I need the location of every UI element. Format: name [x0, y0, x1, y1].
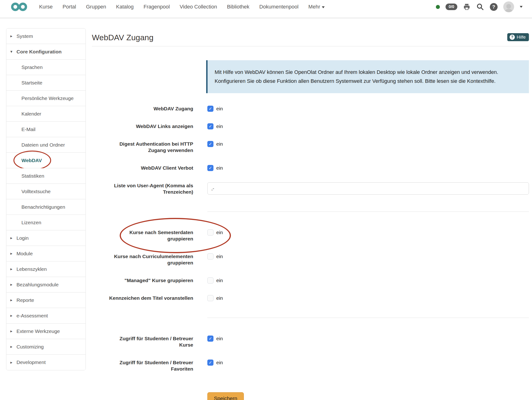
checkbox-webdav-links-anzeigen[interactable]: ✓	[207, 123, 214, 129]
checkbox-suffix-label: ein	[216, 253, 223, 259]
nav-more-label: Mehr	[308, 4, 320, 10]
sidebar-item-label: Kalender	[21, 111, 41, 117]
section-divider	[207, 211, 529, 212]
caret-right-icon: ▸	[10, 344, 17, 349]
form-control	[207, 182, 529, 195]
sidebar-item-kalender[interactable]: Kalender	[6, 106, 86, 122]
nav-item-portal[interactable]: Portal	[59, 4, 79, 10]
sidebar-item-startseite[interactable]: Startseite	[6, 75, 86, 91]
section-divider	[207, 318, 529, 318]
form-control: ✓ein	[207, 123, 529, 129]
sidebar-item-label: Sprachen	[21, 64, 43, 70]
sidebar-item-label: Benachrichtigungen	[21, 204, 65, 210]
sidebar-item-module[interactable]: ▸Module	[6, 246, 86, 261]
sidebar-item-e-assessment[interactable]: ▸e-Assessment	[6, 308, 86, 324]
checkbox-zugriff-für-studenten-betreuer-kurse[interactable]: ✓	[207, 336, 214, 342]
sidebar-item-customizing[interactable]: ▸Customizing	[6, 339, 86, 355]
sidebar-item-label: Login	[17, 235, 29, 241]
sidebar-item-system[interactable]: ▸System	[6, 29, 86, 44]
hilfe-button-label: Hilfe	[517, 35, 526, 40]
sidebar-item-sprachen[interactable]: Sprachen	[6, 60, 86, 75]
form-control: ✓ein	[207, 105, 529, 112]
page-title: WebDAV Zugang	[92, 33, 153, 42]
sidebar-item-label: Core Konfiguration	[17, 49, 62, 55]
sidebar-item-login[interactable]: ▸Login	[6, 230, 86, 246]
sidebar-item-externe-werkzeuge[interactable]: ▸Externe Werkzeuge	[6, 324, 86, 339]
sidebar-item-bezahlungsmodule[interactable]: ▸Bezahlungsmodule	[6, 277, 86, 292]
checkbox-kurse-nach-curriculumelementen-gruppieren[interactable]	[207, 253, 214, 259]
sidebar-item-reporte[interactable]: ▸Reporte	[6, 292, 86, 308]
sidebar-item-label: Reporte	[17, 297, 34, 303]
hilfe-button[interactable]: ? Hilfe	[507, 33, 529, 41]
checkbox-kennzeichen-dem-titel-voranstellen[interactable]	[207, 295, 214, 301]
checkbox-suffix-label: ein	[216, 141, 223, 147]
sidebar-item-label: Development	[17, 360, 46, 365]
checkbox-digest-authentication-bei-http-zugang-verwenden[interactable]: ✓	[207, 141, 214, 147]
nav-item-gruppen[interactable]: Gruppen	[82, 4, 110, 10]
main-content: WebDAV Zugang ? Hilfe Mit Hilfe von WebD…	[92, 18, 529, 400]
nav-item-bibliothek[interactable]: Bibliothek	[223, 4, 253, 10]
sidebar-item-volltextsuche[interactable]: Volltextsuche	[6, 184, 86, 199]
sidebar-item-label: Startseite	[21, 80, 42, 86]
form-row-kurse-nach-semesterdaten-gruppieren: Kurse nach Semesterdaten gruppierenein	[92, 229, 529, 242]
sidebar-item-persönliche-werkzeuge[interactable]: Persönliche Werkzeuge	[6, 91, 86, 106]
form-label: Kurse nach Semesterdaten gruppieren	[92, 229, 193, 242]
sidebar-item-label: System	[17, 33, 33, 39]
checkbox-suffix-label: ein	[216, 105, 223, 112]
caret-right-icon: ▸	[10, 282, 17, 287]
form-row-kennzeichen-dem-titel-voranstellen: Kennzeichen dem Titel voranstellenein	[92, 295, 529, 301]
form-row-managed-kurse-gruppieren: "Managed" Kurse gruppierenein	[92, 277, 529, 283]
user-agent-list-input[interactable]	[207, 182, 529, 195]
checkbox-webdav-client-verbot[interactable]: ✓	[207, 165, 214, 171]
form-control: ein	[207, 253, 529, 259]
avatar[interactable]	[503, 1, 514, 12]
form-control: ✓ein	[207, 165, 529, 171]
sidebar-item-lizenzen[interactable]: Lizenzen	[6, 215, 86, 230]
sidebar-item-lebenszyklen[interactable]: ▸Lebenszyklen	[6, 261, 86, 277]
sidebar-item-dateien-und-ordner[interactable]: Dateien und Ordner	[6, 137, 86, 153]
help-icon[interactable]: ?	[490, 3, 498, 11]
sidebar-item-e-mail[interactable]: E-Mail	[6, 122, 86, 137]
sidebar-item-label: Lizenzen	[21, 220, 41, 225]
checkbox-suffix-label: ein	[216, 295, 223, 301]
chat-count-badge[interactable]: 0/0	[445, 4, 457, 10]
nav-item-fragenpool[interactable]: Fragenpool	[140, 4, 173, 10]
checkbox-suffix-label: ein	[216, 229, 223, 235]
checkbox-zugriff-für-studenten-betreuer-favoriten[interactable]: ✓	[207, 360, 214, 366]
search-icon[interactable]	[476, 3, 484, 11]
form-label: Kurse nach Curriculumelementen gruppiere…	[92, 253, 193, 266]
sidebar-item-label: Dateien und Ordner	[21, 142, 65, 148]
form-row-liste-von-user-agent-komma-als-trenzeichen: Liste von User-Agent (Komma als Trenzeic…	[92, 182, 529, 195]
form-control: ein	[207, 229, 529, 235]
checkbox-webdav-zugang[interactable]: ✓	[207, 106, 214, 112]
primary-nav: KursePortalGruppenKatalogFragenpoolVideo…	[36, 4, 331, 10]
sidebar-item-label: Volltextsuche	[21, 189, 51, 194]
form-control: ✓ein	[207, 359, 529, 366]
nav-item-katalog[interactable]: Katalog	[113, 4, 137, 10]
nav-item-video-collection[interactable]: Video Collection	[176, 4, 221, 10]
nav-item-dokumentenpool[interactable]: Dokumentenpool	[256, 4, 302, 10]
form-label: WebDAV Client Verbot	[92, 165, 193, 171]
caret-right-icon: ▸	[10, 34, 17, 39]
checkbox-managed-kurse-gruppieren[interactable]	[207, 277, 214, 283]
sidebar-item-webdav[interactable]: WebDAV	[6, 153, 86, 168]
chevron-down-icon[interactable]	[520, 6, 523, 8]
sidebar-item-statistiken[interactable]: Statistiken	[6, 168, 86, 184]
online-status-icon	[436, 5, 440, 9]
form-label: "Managed" Kurse gruppieren	[92, 277, 193, 283]
openolat-logo-icon[interactable]	[11, 2, 28, 11]
sidebar-item-development[interactable]: ▸Development	[6, 355, 86, 370]
sidebar-item-benachrichtigungen[interactable]: Benachrichtigungen	[6, 199, 86, 215]
checkmark-icon: ✓	[209, 107, 212, 111]
nav-item-mehr[interactable]: Mehr	[305, 4, 328, 10]
print-icon[interactable]	[463, 3, 470, 11]
checkbox-kurse-nach-semesterdaten-gruppieren[interactable]	[207, 229, 214, 235]
nav-item-kurse[interactable]: Kurse	[36, 4, 56, 10]
checkbox-suffix-label: ein	[216, 165, 223, 171]
caret-right-icon: ▸	[10, 267, 17, 271]
speichern-button[interactable]: Speichern	[207, 392, 244, 400]
sidebar-item-core-konfiguration[interactable]: ▾Core Konfiguration	[6, 44, 86, 60]
top-navbar: KursePortalGruppenKatalogFragenpoolVideo…	[0, 0, 532, 14]
admin-sidebar: ▸System▾Core KonfigurationSprachenStarts…	[6, 28, 86, 370]
checkbox-suffix-label: ein	[216, 335, 223, 342]
